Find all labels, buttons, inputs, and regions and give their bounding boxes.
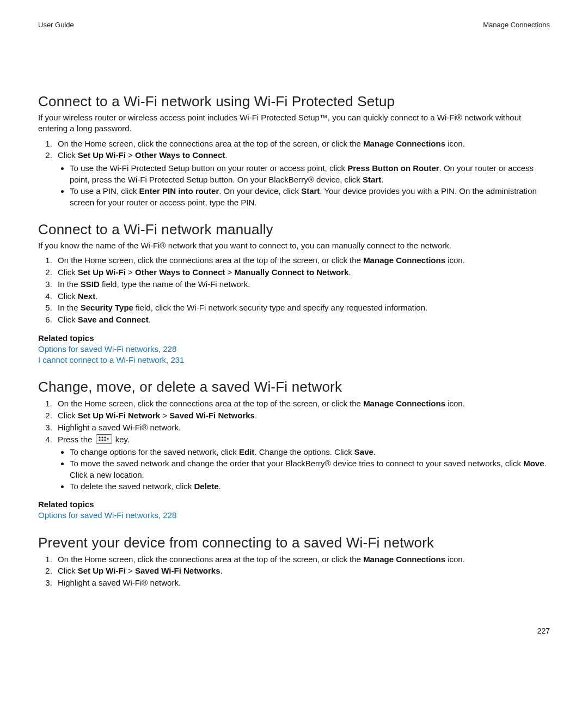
text-bold: Other Ways to Connect	[135, 267, 225, 277]
svg-point-5	[104, 439, 106, 441]
step: Click Next.	[54, 290, 550, 302]
svg-point-1	[101, 436, 103, 438]
steps-change-saved: On the Home screen, click the connection…	[38, 398, 550, 492]
text: field, type the name of the Wi-Fi networ…	[100, 279, 250, 289]
text: Click	[58, 150, 78, 160]
text-bold: Next	[78, 291, 96, 301]
text: icon.	[445, 255, 465, 265]
link-options-saved-wifi[interactable]: Options for saved Wi-Fi networks, 228	[38, 344, 176, 354]
text: .	[149, 315, 151, 324]
substep: To use a PIN, click Enter PIN into route…	[70, 185, 550, 208]
text: .	[255, 411, 257, 420]
text: Click	[58, 291, 78, 301]
text-bold: Security Type	[81, 303, 133, 312]
text-bold: Delete	[194, 482, 218, 491]
text-bold: Set Up Wi-Fi	[78, 267, 126, 277]
step: On the Home screen, click the connection…	[54, 138, 550, 150]
text: On the Home screen, click the connection…	[58, 139, 363, 148]
step: Highlight a saved Wi-Fi® network.	[54, 422, 550, 434]
text: field, click the Wi-Fi network security …	[133, 303, 427, 312]
text: Click	[58, 267, 78, 277]
text: On the Home screen, click the connection…	[58, 399, 363, 408]
header-right: Manage Connections	[483, 21, 550, 29]
text: . Change the options. Click	[254, 447, 354, 457]
substep: To change options for the saved network,…	[70, 446, 550, 458]
text: .	[381, 175, 383, 184]
text: >	[160, 411, 169, 420]
text: To move the saved network and change the…	[70, 459, 523, 468]
page-header: User Guide Manage Connections	[38, 21, 550, 29]
text-bold: Save and Connect	[78, 315, 149, 324]
step: On the Home screen, click the connection…	[54, 254, 550, 266]
heading-change-saved: Change, move, or delete a saved Wi-Fi ne…	[38, 379, 550, 395]
text-bold: Enter PIN into router	[139, 186, 219, 196]
step: On the Home screen, click the connection…	[54, 398, 550, 410]
text: To change options for the saved network,…	[70, 447, 239, 457]
steps-prevent-connect: On the Home screen, click the connection…	[38, 553, 550, 589]
text: On the Home screen, click the connection…	[58, 255, 363, 265]
text: >	[126, 150, 135, 160]
text: To use the Wi-Fi Protected Setup button …	[70, 163, 347, 173]
text: Press the	[58, 435, 95, 444]
text: To delete the saved network, click	[70, 482, 194, 491]
svg-point-2	[104, 436, 106, 438]
step: Press the key. To change options for the…	[54, 434, 550, 492]
text: In the	[58, 279, 81, 289]
text: .	[218, 482, 220, 491]
link-cannot-connect-wifi[interactable]: I cannot connect to a Wi-Fi network, 231	[38, 355, 184, 364]
text: Click	[58, 315, 78, 324]
text-bold: Other Ways to Connect	[135, 150, 225, 160]
text: To use a PIN, click	[70, 186, 139, 196]
related-topics-heading: Related topics	[38, 333, 550, 343]
step: On the Home screen, click the connection…	[54, 553, 550, 565]
text: Click	[58, 411, 78, 420]
text-bold: Saved Wi-Fi Networks	[169, 411, 255, 420]
svg-point-3	[99, 439, 100, 441]
text-bold: Set Up Wi-Fi Network	[78, 411, 161, 420]
text: key.	[113, 435, 130, 444]
text-bold: Move	[523, 459, 544, 468]
text: Click	[58, 566, 78, 575]
text: In the	[58, 303, 81, 312]
text-bold: Set Up Wi-Fi	[78, 150, 126, 160]
intro-manual: If you know the name of the Wi-Fi® netwo…	[38, 240, 550, 251]
text-bold: Saved Wi-Fi Networks	[135, 566, 220, 575]
step: Click Set Up Wi-Fi > Other Ways to Conne…	[54, 149, 550, 208]
text: .	[348, 267, 351, 277]
text-bold: Start	[301, 186, 320, 196]
text-bold: SSID	[81, 279, 100, 289]
step: Click Set Up Wi-Fi Network > Saved Wi-Fi…	[54, 410, 550, 422]
text-bold: Set Up Wi-Fi	[78, 566, 126, 575]
text-bold: Manage Connections	[363, 555, 445, 564]
svg-point-0	[99, 436, 100, 438]
steps-wps: On the Home screen, click the connection…	[38, 138, 550, 209]
link-options-saved-wifi[interactable]: Options for saved Wi-Fi networks, 228	[38, 510, 176, 520]
heading-wps: Connect to a Wi-Fi network using Wi-Fi P…	[38, 93, 550, 110]
svg-point-4	[101, 439, 103, 441]
text: >	[126, 566, 135, 575]
text: icon.	[445, 139, 465, 148]
text-bold: Manage Connections	[363, 399, 445, 408]
heading-manual: Connect to a Wi-Fi network manually	[38, 221, 550, 238]
text: >	[225, 267, 234, 277]
text-bold: Save	[354, 447, 373, 457]
step: Click Set Up Wi-Fi > Saved Wi-Fi Network…	[54, 565, 550, 577]
substep: To use the Wi-Fi Protected Setup button …	[70, 162, 550, 185]
intro-wps: If your wireless router or wireless acce…	[38, 112, 550, 135]
step: Highlight a saved Wi-Fi® network.	[54, 577, 550, 589]
text: .	[225, 150, 227, 160]
text: .	[95, 291, 97, 301]
step: Click Save and Connect.	[54, 314, 550, 326]
steps-manual: On the Home screen, click the connection…	[38, 254, 550, 326]
page: User Guide Manage Connections Connect to…	[0, 0, 588, 706]
text: .	[220, 566, 223, 575]
page-number: 227	[537, 626, 550, 635]
text-bold: Start	[363, 175, 381, 184]
text: .	[373, 447, 376, 457]
step: Click Set Up Wi-Fi > Other Ways to Conne…	[54, 266, 550, 278]
text-bold: Manage Connections	[363, 139, 445, 148]
svg-point-6	[107, 437, 108, 439]
text-bold: Manage Connections	[363, 255, 445, 265]
text-bold: Press Button on Router	[347, 163, 439, 173]
heading-prevent-connect: Prevent your device from connecting to a…	[38, 534, 550, 551]
